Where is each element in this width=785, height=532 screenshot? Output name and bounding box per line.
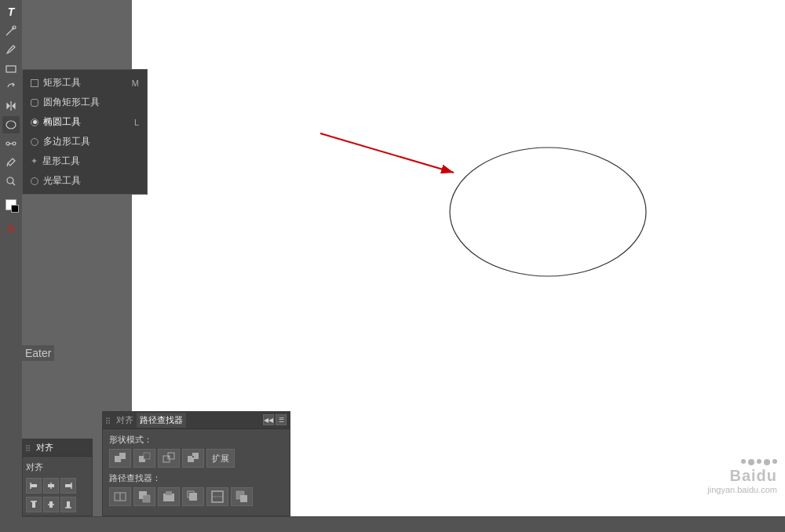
svg-point-5 bbox=[6, 121, 16, 129]
svg-line-14 bbox=[320, 133, 454, 173]
pf-divide[interactable] bbox=[109, 487, 131, 506]
svg-point-7 bbox=[13, 142, 16, 145]
svg-rect-33 bbox=[168, 456, 170, 457]
ellipse-shape bbox=[446, 141, 650, 282]
rotate-tool[interactable] bbox=[2, 78, 20, 96]
pf-merge[interactable] bbox=[158, 487, 180, 506]
svg-rect-18 bbox=[48, 484, 54, 487]
fill-color[interactable] bbox=[2, 196, 20, 213]
watermark-url: jingyan.baidu.com bbox=[707, 485, 777, 494]
svg-rect-42 bbox=[166, 491, 172, 495]
pathfinder-panel: 对齐 路径查找器 ◀◀ ☰ 形状模式： bbox=[102, 411, 290, 516]
round-rect-tool-item[interactable]: 圆角矩形工具 bbox=[23, 93, 147, 112]
pathfinder-collapse-btn[interactable]: ◀◀ bbox=[263, 414, 274, 425]
zoom-tool[interactable] bbox=[2, 173, 20, 190]
pathfinder-content: 形状模式： bbox=[103, 429, 290, 516]
align-bottom-btn[interactable] bbox=[60, 497, 76, 512]
shape-modes-label: 形状模式： bbox=[109, 434, 283, 446]
align-panel: 对齐 对齐 bbox=[22, 439, 93, 516]
pf-trim[interactable] bbox=[133, 487, 155, 506]
watermark: Baidu jingyan.baidu.com bbox=[707, 459, 777, 494]
align-panel-tab-bar: 对齐 bbox=[23, 439, 92, 457]
left-toolbar: T bbox=[0, 0, 22, 532]
shape-tool[interactable] bbox=[2, 116, 20, 133]
align-center-h-btn[interactable] bbox=[43, 478, 59, 494]
brush-tool[interactable] bbox=[2, 41, 20, 58]
svg-rect-30 bbox=[144, 453, 150, 459]
polygon-tool-item[interactable]: 多边形工具 bbox=[23, 132, 147, 151]
pathfinder-icons-row bbox=[109, 487, 283, 506]
align-content-label: 对齐 bbox=[26, 460, 43, 475]
svg-rect-43 bbox=[189, 493, 197, 501]
svg-rect-36 bbox=[192, 456, 194, 457]
baidu-circles bbox=[707, 459, 777, 465]
type-tool[interactable]: T bbox=[2, 3, 20, 20]
svg-marker-4 bbox=[13, 104, 15, 108]
svg-rect-28 bbox=[119, 453, 126, 459]
align-right-btn[interactable] bbox=[60, 478, 76, 494]
red-arrow bbox=[312, 122, 469, 184]
pathfinder-tab-bar: 对齐 路径查找器 ◀◀ ☰ bbox=[103, 412, 290, 429]
svg-line-9 bbox=[7, 163, 8, 166]
eater-label: Eater bbox=[22, 345, 54, 361]
expand-btn[interactable]: 扩展 bbox=[206, 449, 235, 468]
align-left-btn[interactable] bbox=[26, 478, 42, 494]
align-panel-content: 对齐 bbox=[23, 457, 92, 516]
reflect-tool[interactable] bbox=[2, 97, 20, 115]
svg-rect-20 bbox=[65, 484, 71, 487]
svg-marker-3 bbox=[7, 104, 9, 108]
svg-rect-24 bbox=[49, 501, 53, 508]
shape-mode-minus-front[interactable] bbox=[133, 449, 155, 468]
shape-mode-unite[interactable] bbox=[109, 449, 131, 468]
align-top-btn[interactable] bbox=[26, 497, 42, 512]
star-tool-item[interactable]: ✦ 星形工具 bbox=[23, 151, 147, 171]
blend-tool[interactable] bbox=[2, 135, 20, 152]
ellipse-tool-item[interactable]: 椭圆工具 L bbox=[23, 112, 147, 132]
pathfinder-align-tab[interactable]: 对齐 bbox=[113, 413, 137, 428]
svg-line-11 bbox=[13, 183, 15, 185]
svg-rect-40 bbox=[143, 495, 150, 502]
align-center-v-btn[interactable] bbox=[43, 497, 59, 512]
svg-rect-48 bbox=[240, 495, 247, 502]
pf-minus-back[interactable] bbox=[231, 487, 253, 506]
swap-colors[interactable]: ⊘ bbox=[2, 220, 20, 237]
pf-crop[interactable] bbox=[182, 487, 204, 506]
svg-point-12 bbox=[450, 148, 646, 276]
pen-tool[interactable] bbox=[2, 22, 20, 39]
watermark-logo: Baidu bbox=[707, 467, 777, 485]
svg-point-6 bbox=[6, 142, 9, 145]
flare-tool-item[interactable]: 光晕工具 bbox=[23, 171, 147, 191]
eyedropper-tool[interactable] bbox=[2, 154, 20, 171]
align-tab-active[interactable]: 对齐 bbox=[33, 440, 57, 455]
pathfinder-menu-btn[interactable]: ☰ bbox=[276, 414, 287, 425]
pf-outline[interactable] bbox=[206, 487, 228, 506]
shape-tool-dropdown: 矩形工具 M 圆角矩形工具 椭圆工具 L 多边形工具 ✦ 星形工具 光晕工具 bbox=[22, 69, 148, 195]
rect-select-tool[interactable] bbox=[2, 60, 20, 77]
shape-modes-row: 扩展 bbox=[109, 449, 283, 468]
rect-tool-item[interactable]: 矩形工具 M bbox=[23, 73, 147, 93]
shape-mode-intersect[interactable] bbox=[158, 449, 180, 468]
pathfinder-main-tab[interactable]: 路径查找器 bbox=[137, 413, 186, 428]
svg-rect-22 bbox=[32, 501, 35, 508]
status-bar bbox=[22, 516, 785, 532]
svg-rect-26 bbox=[67, 501, 70, 508]
svg-point-10 bbox=[7, 177, 13, 184]
pathfinder-label: 路径查找器： bbox=[109, 472, 283, 484]
pathfinder-controls: ◀◀ ☰ bbox=[263, 414, 287, 425]
svg-rect-1 bbox=[6, 66, 16, 72]
shape-mode-exclude[interactable] bbox=[182, 449, 204, 468]
svg-rect-16 bbox=[31, 484, 37, 487]
